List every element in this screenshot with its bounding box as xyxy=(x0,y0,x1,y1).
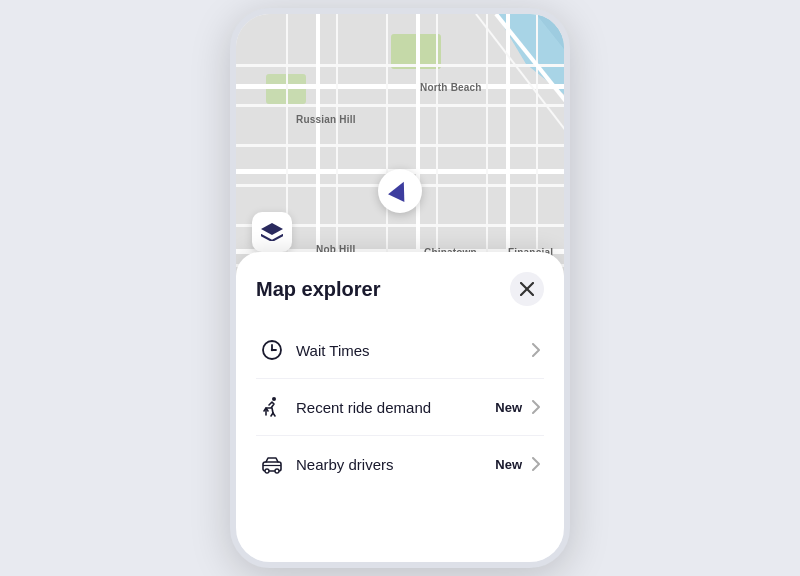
pin-arrow-icon xyxy=(388,178,412,202)
wait-times-label: Wait Times xyxy=(296,342,528,359)
ride-demand-label: Recent ride demand xyxy=(296,399,495,416)
svg-rect-17 xyxy=(436,14,438,284)
ride-demand-badge: New xyxy=(495,400,522,415)
nearby-drivers-chevron xyxy=(528,456,544,472)
menu-item-wait-times[interactable]: Wait Times xyxy=(256,322,544,379)
label-north-beach: North Beach xyxy=(420,82,482,93)
layers-icon xyxy=(261,223,283,241)
svg-rect-18 xyxy=(486,14,488,284)
menu-item-nearby-drivers[interactable]: Nearby drivers New xyxy=(256,436,544,492)
close-icon xyxy=(520,282,534,296)
map-area: North Beach Russian Hill Nob Hill Chinat… xyxy=(236,14,564,284)
ride-demand-icon xyxy=(256,395,288,419)
svg-point-31 xyxy=(271,341,273,343)
layers-button[interactable] xyxy=(252,212,292,252)
svg-rect-6 xyxy=(236,104,564,107)
nearby-drivers-label: Nearby drivers xyxy=(296,456,495,473)
location-pin xyxy=(378,169,422,213)
svg-point-32 xyxy=(272,397,276,401)
sheet-header: Map explorer xyxy=(256,272,544,306)
svg-rect-19 xyxy=(536,14,538,284)
svg-rect-7 xyxy=(236,144,564,147)
sheet-title: Map explorer xyxy=(256,278,380,301)
label-russian-hill: Russian Hill xyxy=(296,114,356,125)
phone-frame: North Beach Russian Hill Nob Hill Chinat… xyxy=(230,8,570,568)
svg-rect-11 xyxy=(236,84,564,89)
wait-times-chevron xyxy=(528,342,544,358)
bottom-sheet: Map explorer Wait Times xyxy=(236,252,564,562)
svg-rect-16 xyxy=(386,14,388,284)
menu-item-recent-ride-demand[interactable]: Recent ride demand New xyxy=(256,379,544,436)
svg-point-36 xyxy=(275,469,279,473)
svg-rect-21 xyxy=(416,14,420,284)
svg-point-30 xyxy=(271,349,273,351)
wait-times-icon xyxy=(256,338,288,362)
ride-demand-chevron xyxy=(528,399,544,415)
nearby-drivers-icon xyxy=(256,452,288,476)
close-button[interactable] xyxy=(510,272,544,306)
nearby-drivers-badge: New xyxy=(495,457,522,472)
svg-point-35 xyxy=(265,469,269,473)
